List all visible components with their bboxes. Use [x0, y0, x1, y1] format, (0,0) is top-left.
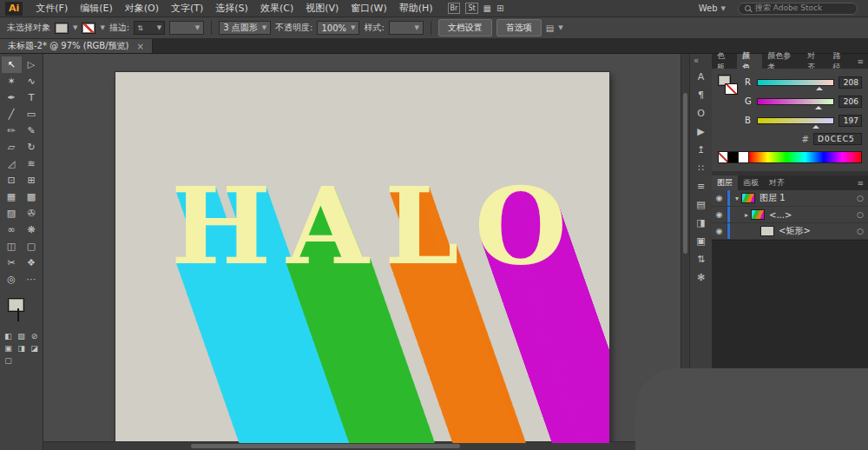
magic-wand-tool[interactable]: ✶ — [2, 73, 22, 89]
scale-tool[interactable]: ◿ — [2, 156, 22, 172]
brush-definition-dropdown[interactable]: 3 点圆形 ▼ — [219, 21, 271, 35]
color-tab-1[interactable]: 颜色 — [737, 54, 762, 69]
selection-tool[interactable]: ↖ — [2, 56, 22, 73]
bridge-icon[interactable]: Br — [448, 3, 461, 14]
character-panel-icon[interactable]: A — [693, 69, 710, 83]
expand-arrow-icon[interactable]: ▸ — [742, 211, 751, 219]
stroke-proxy-swatch[interactable] — [17, 308, 19, 321]
none-button[interactable]: ⊘ — [29, 331, 40, 341]
layers-tab-1[interactable]: 画板 — [738, 175, 764, 190]
menu-item-3[interactable]: 文字(T) — [165, 0, 209, 17]
export-panel-icon[interactable]: ↥ — [693, 142, 710, 156]
visibility-eye-icon[interactable]: ◉ — [712, 207, 727, 222]
channel-value-field[interactable]: 206 — [838, 96, 862, 108]
style-dropdown[interactable]: ▼ — [389, 21, 424, 35]
hand-tool[interactable]: ❖ — [22, 255, 42, 271]
pen-tool[interactable]: ✒ — [2, 89, 22, 106]
chevron-down-icon[interactable]: ▼ — [100, 24, 104, 31]
application-bar-grid-icon[interactable]: ⊞ — [496, 3, 503, 13]
visibility-eye-icon[interactable]: ◉ — [712, 223, 727, 239]
panel-menu-icon[interactable]: ≡ — [852, 54, 868, 69]
appearance-panel-icon[interactable]: ≡ — [693, 179, 710, 193]
menu-item-6[interactable]: 视图(V) — [299, 0, 345, 17]
layer-row[interactable]: ◉<矩形>○ — [712, 223, 868, 240]
horizontal-scrollbar[interactable] — [43, 441, 681, 450]
close-icon[interactable]: × — [136, 42, 143, 51]
app-grid-icon[interactable]: ∷ — [693, 161, 710, 175]
color-tab-4[interactable]: 路径 — [827, 54, 852, 69]
menu-item-2[interactable]: 对象(O) — [119, 0, 165, 17]
line-segment-tool[interactable]: ╱ — [2, 106, 22, 122]
stroke-color-swatch[interactable] — [82, 23, 95, 34]
gradient-button[interactable]: ▨ — [16, 331, 27, 341]
menu-item-7[interactable]: 窗口(W) — [345, 0, 392, 17]
document-setup-button[interactable]: 文档设置 — [438, 19, 492, 36]
blend-tool[interactable]: ∞ — [2, 222, 22, 238]
swatches-panel-icon[interactable]: ▤ — [693, 197, 710, 211]
opentype-panel-icon[interactable]: O — [693, 106, 710, 120]
color-spectrum[interactable] — [749, 151, 862, 163]
halo-letter-L[interactable]: L — [385, 163, 475, 288]
fill-color-swatch[interactable] — [55, 23, 69, 34]
shape-builder-tool[interactable]: ⊞ — [22, 172, 42, 189]
color-button[interactable]: ◧ — [3, 331, 14, 341]
target-circle-icon[interactable]: ○ — [852, 210, 868, 219]
width-tool[interactable]: ≋ — [22, 156, 42, 172]
draw-inside-mode-button[interactable]: ◪ — [29, 343, 40, 354]
color-tab-2[interactable]: 颜色参考 — [762, 54, 802, 69]
actions-panel-icon[interactable]: ▶ — [693, 124, 710, 138]
document-tab[interactable]: 未标题-2* @ 97% (RGB/预览) × — [0, 39, 153, 53]
panel-options-icon[interactable]: ▤ — [546, 23, 554, 33]
slice-tool[interactable]: ✂ — [2, 255, 22, 271]
paintbrush-tool[interactable]: ✏ — [2, 122, 22, 139]
target-circle-icon[interactable]: ○ — [852, 227, 868, 235]
type-tool[interactable]: T — [22, 89, 42, 106]
draw-behind-mode-button[interactable]: ◨ — [16, 343, 27, 354]
menu-item-0[interactable]: 文件(F) — [30, 0, 74, 17]
slider-thumb[interactable] — [816, 83, 823, 90]
halo-letter-H[interactable]: H — [171, 163, 286, 288]
channel-value-field[interactable]: 208 — [838, 76, 862, 89]
zoom-tool[interactable]: ◎ — [2, 271, 22, 288]
collapse-panels-icon[interactable]: « — [690, 56, 699, 65]
scrollbar-thumb[interactable] — [683, 93, 687, 254]
none-swatch[interactable] — [718, 151, 728, 163]
workspace-switcher[interactable]: Web ▼ — [692, 3, 733, 13]
chevron-down-icon[interactable]: ▼ — [558, 24, 562, 31]
target-circle-icon[interactable]: ○ — [852, 194, 868, 202]
white-swatch[interactable] — [739, 151, 749, 163]
rotate-tool[interactable]: ↻ — [22, 139, 42, 156]
stroke-weight-stepper[interactable]: ⇅▼ — [134, 21, 165, 35]
channel-slider-B[interactable] — [757, 117, 834, 124]
layer-row[interactable]: ◉▾图层 1○ — [712, 190, 868, 207]
halo-artwork[interactable]: HALO — [171, 173, 582, 279]
symbols-panel-icon[interactable]: ◨ — [693, 215, 710, 229]
channel-slider-G[interactable] — [757, 98, 834, 105]
column-graph-tool[interactable]: ◫ — [2, 238, 22, 255]
halo-letter-O[interactable]: O — [475, 163, 582, 288]
gradient-tool[interactable]: ▨ — [2, 205, 22, 222]
scrollbar-thumb[interactable] — [191, 444, 460, 448]
canvas[interactable]: HALO — [43, 54, 689, 450]
layers-tab-0[interactable]: 图层 — [712, 175, 738, 190]
libraries-panel-icon[interactable]: ▣ — [693, 234, 710, 248]
chevron-down-icon[interactable]: ▼ — [73, 24, 77, 31]
mesh-tool[interactable]: ▩ — [22, 189, 42, 205]
menu-item-1[interactable]: 编辑(E) — [74, 0, 119, 17]
screen-mode-button[interactable]: ▢ — [3, 355, 14, 366]
free-transform-tool[interactable]: ⊡ — [2, 172, 22, 189]
slider-thumb[interactable] — [815, 103, 822, 109]
color-tab-3[interactable]: 对齐 — [802, 54, 827, 69]
opacity-dropdown[interactable]: 100% ▼ — [317, 21, 359, 35]
panel-menu-icon[interactable]: ≡ — [852, 175, 868, 190]
preferences-button[interactable]: 首选项 — [496, 19, 542, 36]
layer-row[interactable]: ◉▸<...>○ — [712, 207, 868, 223]
hex-value-field[interactable]: D0CEC5 — [813, 133, 862, 145]
halo-letter-A[interactable]: A — [286, 163, 385, 288]
channel-slider-R[interactable] — [757, 79, 834, 86]
eyedropper-tool[interactable]: ✇ — [22, 205, 42, 222]
artboard-tool[interactable]: ▢ — [22, 238, 42, 255]
app-logo-icon[interactable]: Ai — [5, 2, 23, 16]
stock-icon[interactable]: St — [465, 3, 477, 14]
draw-normal-mode-button[interactable]: ▣ — [3, 343, 14, 354]
